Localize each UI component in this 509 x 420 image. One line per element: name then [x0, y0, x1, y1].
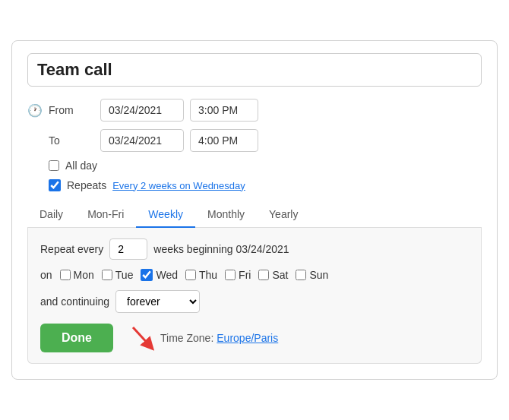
continuing-label: and continuing: [40, 295, 109, 308]
day-sun: Sun: [296, 269, 328, 281]
to-time-input[interactable]: [190, 129, 258, 152]
day-thu: Thu: [185, 269, 217, 281]
day-mon: Mon: [60, 269, 94, 281]
allday-checkbox[interactable]: [49, 160, 59, 171]
timezone-text: Time Zone: Europe/Paris: [160, 332, 278, 344]
day-thu-label: Thu: [199, 269, 217, 281]
recurrence-tabs: Daily Mon-Fri Weekly Monthly Yearly: [27, 202, 482, 228]
forever-select[interactable]: forever until a date N times: [115, 290, 200, 313]
event-card: Team call 🕐 From To All day Repeats Ever…: [11, 40, 498, 380]
from-date-input[interactable]: [100, 99, 184, 122]
day-mon-checkbox[interactable]: [60, 270, 71, 280]
day-fri-label: Fri: [239, 269, 251, 281]
allday-label: All day: [65, 159, 97, 172]
days-row: on Mon Tue Wed Thu Fri: [40, 269, 469, 281]
day-thu-checkbox[interactable]: [185, 270, 196, 280]
from-time-input[interactable]: [190, 99, 258, 122]
day-wed-checkbox[interactable]: [141, 269, 153, 281]
svg-line-0: [133, 327, 150, 346]
day-tue-checkbox[interactable]: [102, 270, 112, 280]
tab-monthly[interactable]: Monthly: [195, 202, 257, 228]
tab-daily[interactable]: Daily: [27, 202, 75, 228]
repeat-every-row: Repeat every weeks beginning 03/24/2021: [40, 238, 469, 260]
from-row: 🕐 From: [27, 99, 482, 122]
clock-icon: 🕐: [27, 103, 43, 118]
day-mon-label: Mon: [74, 269, 94, 281]
weeks-beginning-label: weeks beginning 03/24/2021: [153, 243, 289, 255]
to-date-input[interactable]: [100, 129, 184, 152]
to-row: To: [27, 129, 482, 152]
day-sat-label: Sat: [272, 269, 288, 281]
bottom-row: Done Time Zone: Europe/Paris: [40, 324, 469, 352]
from-label: From: [49, 104, 94, 116]
day-sat: Sat: [258, 269, 288, 281]
done-button[interactable]: Done: [40, 324, 113, 352]
day-fri-checkbox[interactable]: [225, 270, 236, 280]
day-tue-label: Tue: [115, 269, 134, 281]
day-sat-checkbox[interactable]: [258, 270, 269, 280]
tab-weekly[interactable]: Weekly: [136, 202, 195, 228]
on-label: on: [40, 269, 52, 281]
day-sun-label: Sun: [309, 269, 328, 281]
tab-yearly[interactable]: Yearly: [257, 202, 310, 228]
repeat-number-input[interactable]: [109, 238, 147, 260]
day-fri: Fri: [225, 269, 251, 281]
timezone-label: Time Zone:: [160, 332, 213, 344]
day-tue: Tue: [102, 269, 134, 281]
day-wed: Wed: [141, 269, 178, 281]
allday-row: All day: [27, 159, 482, 172]
event-title-input[interactable]: Team call: [27, 53, 482, 87]
timezone-link[interactable]: Europe/Paris: [217, 332, 278, 344]
day-wed-label: Wed: [156, 269, 178, 281]
repeats-label: Repeats: [67, 179, 106, 191]
repeats-row: Repeats Every 2 weeks on Wednesday: [27, 179, 482, 191]
repeat-every-label: Repeat every: [40, 243, 103, 255]
timezone-area: Time Zone: Europe/Paris: [128, 324, 278, 352]
day-sun-checkbox[interactable]: [296, 270, 306, 280]
repeat-panel: Repeat every weeks beginning 03/24/2021 …: [27, 228, 482, 364]
to-label: To: [49, 134, 94, 147]
red-arrow-icon: [128, 324, 156, 352]
tab-mon-fri[interactable]: Mon-Fri: [75, 202, 136, 228]
repeats-checkbox[interactable]: [49, 179, 61, 191]
repeats-link[interactable]: Every 2 weeks on Wednesday: [112, 180, 245, 191]
continuing-row: and continuing forever until a date N ti…: [40, 290, 469, 313]
